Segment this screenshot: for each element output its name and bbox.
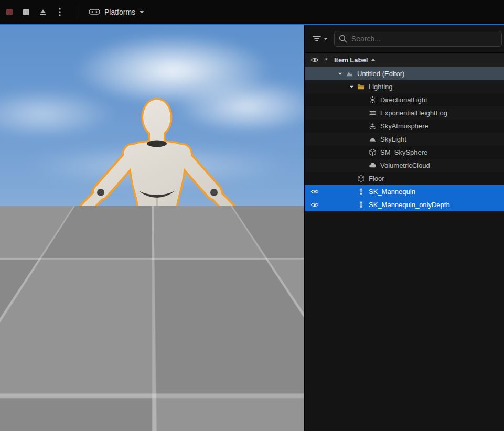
sky-light-icon xyxy=(367,135,378,143)
row-label: SkyLight xyxy=(380,135,406,143)
row-label: ExponentialHeightFog xyxy=(380,109,447,117)
outliner-row[interactable]: ExponentialHeightFog xyxy=(305,106,504,120)
square-button[interactable] xyxy=(18,4,34,20)
mannequin-body[interactable] xyxy=(53,100,261,393)
expand-arrow-icon[interactable] xyxy=(336,71,344,76)
folder-icon xyxy=(356,83,366,91)
outliner-row[interactable]: SM_SkySphere xyxy=(305,146,504,159)
row-label: SM_SkySphere xyxy=(380,148,427,156)
chevron-down-icon xyxy=(140,10,144,14)
row-label: DirectionalLight xyxy=(380,96,427,104)
row-label: SkyAtmosphere xyxy=(380,122,428,130)
stop-icon xyxy=(6,9,13,15)
skeletal-mesh-icon xyxy=(356,188,366,196)
gizmo-z-arrow xyxy=(156,337,164,347)
platforms-label: Platforms xyxy=(104,8,135,16)
outliner-row[interactable]: SkyAtmosphere xyxy=(305,120,504,133)
cloud-icon xyxy=(367,161,378,169)
outliner-row[interactable]: VolumetricCloud xyxy=(305,159,504,172)
outliner-rows: Untitled (Editor) Lighting DirectionalLi… xyxy=(305,67,504,431)
row-label: Floor xyxy=(369,175,384,182)
outliner-column-header: * Item Label xyxy=(305,52,504,67)
static-mesh-icon xyxy=(367,148,378,156)
outliner-row[interactable]: Lighting xyxy=(305,80,504,93)
outliner-row[interactable]: Floor xyxy=(305,172,504,185)
filter-button[interactable] xyxy=(309,33,331,45)
gizmo-center xyxy=(158,384,162,389)
row-label: SK_Mannequin xyxy=(369,188,415,196)
level-viewport[interactable] xyxy=(0,25,304,431)
outliner-row[interactable]: Untitled (Editor) xyxy=(305,67,504,80)
fog-icon xyxy=(367,109,378,117)
platforms-dropdown[interactable]: Platforms xyxy=(83,3,149,21)
outliner-row[interactable]: DirectionalLight xyxy=(305,93,504,106)
outliner-row[interactable]: SkyLight xyxy=(305,133,504,146)
directional-light-icon xyxy=(367,96,378,104)
visibility-column-eye-icon[interactable] xyxy=(309,57,320,63)
main-toolbar: Platforms xyxy=(0,0,504,24)
level-icon xyxy=(344,70,355,78)
world-outliner-panel: * Item Label Untitled (Editor) Lighting … xyxy=(304,25,504,431)
eject-button[interactable] xyxy=(35,4,51,20)
sort-ascending-icon xyxy=(371,58,376,61)
gizmo-x-arrow xyxy=(217,387,227,395)
static-mesh-icon xyxy=(356,175,366,182)
row-label: VolumetricCloud xyxy=(380,161,430,169)
search-box xyxy=(334,31,502,47)
row-label: SK_Mannequin_onlyDepth xyxy=(369,201,450,209)
row-label: Untitled (Editor) xyxy=(357,70,404,78)
stop-button[interactable] xyxy=(2,4,17,20)
visibility-eye-icon[interactable] xyxy=(309,202,320,208)
chevron-down-icon xyxy=(324,38,328,40)
item-label-column-header[interactable]: Item Label xyxy=(334,56,376,64)
viewport-corner-shade xyxy=(246,347,304,431)
toolbar-separator xyxy=(76,5,76,19)
row-label: Lighting xyxy=(369,83,393,91)
kebab-menu-button[interactable] xyxy=(52,4,68,20)
outliner-search-row xyxy=(305,25,504,52)
gamepad-icon xyxy=(89,8,100,16)
skeletal-mesh-icon xyxy=(356,201,366,209)
visibility-eye-icon[interactable] xyxy=(309,189,320,195)
square-icon xyxy=(23,9,29,15)
kebab-icon xyxy=(59,8,61,16)
outliner-row[interactable]: SK_Mannequin xyxy=(305,185,504,198)
gizmo-y-handle xyxy=(156,400,164,408)
outliner-row[interactable]: SK_Mannequin_onlyDepth xyxy=(305,198,504,211)
filter-icon xyxy=(312,35,321,43)
pinned-column-star-icon[interactable]: * xyxy=(320,56,332,64)
sky-atmosphere-icon xyxy=(367,122,378,130)
search-input[interactable] xyxy=(334,31,502,47)
expand-arrow-icon[interactable] xyxy=(348,84,356,89)
eject-icon xyxy=(39,8,47,16)
